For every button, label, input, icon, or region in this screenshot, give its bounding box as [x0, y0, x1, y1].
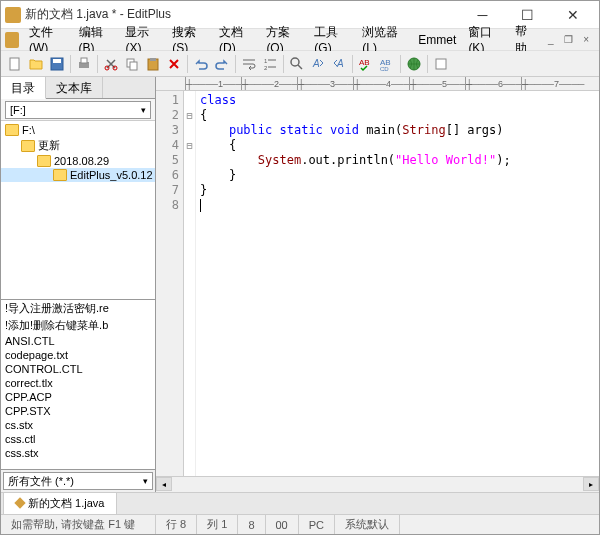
- mdi-restore-button[interactable]: ❐: [561, 32, 577, 48]
- open-button[interactable]: [26, 54, 46, 74]
- svg-text:2: 2: [264, 65, 268, 71]
- filter-bar: 所有文件 (*.*) ▾: [1, 470, 155, 492]
- file-item[interactable]: ANSI.CTL: [1, 334, 155, 348]
- folder-icon: [21, 140, 35, 152]
- folder-icon: [5, 124, 19, 136]
- file-item[interactable]: CPP.STX: [1, 404, 155, 418]
- app-window: 新的文档 1.java * - EditPlus ─ ☐ ✕ 文件(W) 编辑(…: [0, 0, 600, 535]
- file-item[interactable]: !添加!删除右键菜单.b: [1, 317, 155, 334]
- file-item[interactable]: CPP.ACP: [1, 390, 155, 404]
- tree-label: 2018.08.29: [54, 155, 109, 167]
- chevron-down-icon: ▾: [141, 105, 146, 115]
- svg-text:A: A: [336, 58, 344, 69]
- svg-rect-8: [130, 62, 137, 70]
- wordwrap-button[interactable]: [239, 54, 259, 74]
- file-item[interactable]: css.stx: [1, 446, 155, 460]
- file-item[interactable]: cs.stx: [1, 418, 155, 432]
- doc-icon: [14, 497, 25, 508]
- spellcheck-button[interactable]: AB: [356, 54, 376, 74]
- drive-select: [F:] ▾: [1, 99, 155, 121]
- folder-icon: [37, 155, 51, 167]
- spellcheck-opts-button[interactable]: ABCD: [377, 54, 397, 74]
- folder-tree[interactable]: F:\更新2018.08.29EditPlus_v5.0.12: [1, 121, 155, 300]
- search-button[interactable]: [287, 54, 307, 74]
- tab-directory[interactable]: 目录: [1, 77, 46, 99]
- file-item[interactable]: css.ctl: [1, 432, 155, 446]
- menubar-app-icon: [5, 32, 19, 48]
- status-col: 列 1: [197, 515, 238, 534]
- svg-text:1: 1: [264, 58, 268, 64]
- new-button[interactable]: [5, 54, 25, 74]
- delete-button[interactable]: [164, 54, 184, 74]
- mdi-close-button[interactable]: ×: [578, 32, 594, 48]
- svg-rect-2: [53, 59, 61, 63]
- svg-text:A: A: [312, 58, 320, 69]
- sidebar: 目录 文本库 [F:] ▾ F:\更新2018.08.29EditPlus_v5…: [1, 77, 156, 492]
- sidebar-tabs: 目录 文本库: [1, 77, 155, 99]
- drive-combo[interactable]: [F:] ▾: [5, 101, 151, 119]
- save-button[interactable]: [47, 54, 67, 74]
- filter-combo[interactable]: 所有文件 (*.*) ▾: [3, 472, 153, 490]
- toolbar: 12 A A AB ABCD: [1, 51, 599, 77]
- svg-text:CD: CD: [380, 66, 389, 72]
- status-v1: 8: [238, 515, 265, 534]
- tree-label: EditPlus_v5.0.12: [70, 169, 153, 181]
- status-mode: PC: [299, 515, 335, 534]
- chevron-down-icon: ▾: [143, 476, 148, 486]
- status-line: 行 8: [156, 515, 197, 534]
- editor-area: ┼────1────┼────2────┼────3────┼────4────…: [156, 77, 599, 492]
- svg-rect-20: [436, 59, 446, 69]
- browser-button[interactable]: [404, 54, 424, 74]
- scroll-right-button[interactable]: ▸: [583, 477, 599, 491]
- tree-item[interactable]: F:\: [1, 123, 155, 137]
- file-item[interactable]: codepage.txt: [1, 348, 155, 362]
- file-item[interactable]: correct.tlx: [1, 376, 155, 390]
- tree-item[interactable]: 2018.08.29: [1, 154, 155, 168]
- cut-button[interactable]: [101, 54, 121, 74]
- code-text[interactable]: class { public static void main(String[]…: [196, 91, 599, 476]
- line-gutter: 12345678: [156, 91, 184, 476]
- doc-tab-label: 新的文档 1.java: [28, 496, 104, 511]
- tool1-button[interactable]: [431, 54, 451, 74]
- tree-item[interactable]: EditPlus_v5.0.12: [1, 168, 155, 182]
- ruler: ┼────1────┼────2────┼────3────┼────4────…: [156, 77, 599, 91]
- mdi-minimize-button[interactable]: _: [543, 32, 559, 48]
- redo-button[interactable]: [212, 54, 232, 74]
- status-v2: 00: [266, 515, 299, 534]
- find-next-button[interactable]: A: [308, 54, 328, 74]
- statusbar: 如需帮助, 请按键盘 F1 键 行 8 列 1 8 00 PC 系统默认: [1, 514, 599, 534]
- menubar: 文件(W) 编辑(B) 显示(X) 搜索(S) 文档(D) 方案(O) 工具(G…: [1, 29, 599, 51]
- close-button[interactable]: ✕: [550, 1, 595, 29]
- scroll-track[interactable]: [172, 477, 583, 492]
- file-item[interactable]: CONTROL.CTL: [1, 362, 155, 376]
- paste-button[interactable]: [143, 54, 163, 74]
- code-container[interactable]: 12345678 ⊟⊟ class { public static void m…: [156, 91, 599, 476]
- filter-label: 所有文件 (*.*): [8, 474, 74, 489]
- status-help: 如需帮助, 请按键盘 F1 键: [1, 515, 156, 534]
- fold-gutter[interactable]: ⊟⊟: [184, 91, 196, 476]
- find-prev-button[interactable]: A: [329, 54, 349, 74]
- file-list[interactable]: !导入注册激活密钥.re!添加!删除右键菜单.bANSI.CTLcodepage…: [1, 300, 155, 470]
- menu-emmet[interactable]: Emmet: [412, 31, 462, 49]
- status-encoding: 系统默认: [335, 515, 400, 534]
- folder-icon: [53, 169, 67, 181]
- svg-rect-4: [81, 58, 87, 63]
- document-tab[interactable]: 新的文档 1.java: [3, 492, 117, 516]
- svg-rect-0: [10, 58, 19, 70]
- scroll-left-button[interactable]: ◂: [156, 477, 172, 491]
- print-button[interactable]: [74, 54, 94, 74]
- tree-label: F:\: [22, 124, 35, 136]
- horizontal-scrollbar[interactable]: ◂ ▸: [156, 476, 599, 492]
- copy-button[interactable]: [122, 54, 142, 74]
- tab-cliptext[interactable]: 文本库: [46, 77, 103, 98]
- tree-item[interactable]: 更新: [1, 137, 155, 154]
- undo-button[interactable]: [191, 54, 211, 74]
- window-title: 新的文档 1.java * - EditPlus: [25, 6, 460, 23]
- tree-label: 更新: [38, 138, 60, 153]
- main-area: 目录 文本库 [F:] ▾ F:\更新2018.08.29EditPlus_v5…: [1, 77, 599, 492]
- svg-point-13: [291, 58, 299, 66]
- linenumber-button[interactable]: 12: [260, 54, 280, 74]
- svg-text:AB: AB: [359, 58, 370, 67]
- svg-rect-10: [150, 58, 156, 61]
- file-item[interactable]: !导入注册激活密钥.re: [1, 300, 155, 317]
